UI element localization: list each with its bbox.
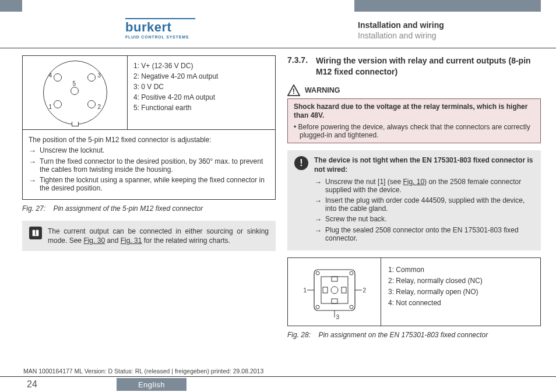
en-pin-list: 1: Common 2: Relay, normally closed (NC)… (381, 258, 540, 326)
m12-pin-list: 1: V+ (12-36 V DC) 2: Negative 4-20 mA o… (128, 56, 275, 129)
en-pin-desc-1: 1: Common (388, 266, 533, 274)
logo: burkert FLUID CONTROL SYSTEMS (125, 17, 195, 39)
pin-desc-3: 3: 0 V DC (133, 83, 269, 91)
fig-27-text: Pin assignment of the 5-pin M12 fixed co… (53, 204, 203, 213)
link-fig31[interactable]: Fig. 31 (121, 236, 142, 245)
top-bar-right (354, 0, 541, 12)
en-pin-desc-3: 3: Relay, normally open (NO) (388, 288, 533, 296)
page-header: burkert FLUID CONTROL SYSTEMS Installati… (0, 12, 556, 47)
svg-rect-10 (332, 299, 337, 303)
right-column: 7.3.7. Wiring the version with relay and… (287, 55, 541, 364)
link-fig30[interactable]: Fig. 30 (83, 236, 105, 245)
arrow-icon (29, 157, 36, 166)
m12-diagram: 1 2 3 4 5 (23, 56, 128, 129)
header-divider (0, 48, 556, 48)
notice-title: The device is not tight when the EN 1753… (314, 156, 534, 174)
fig-28-caption: Fig. 28: Pin assignment on the EN 175301… (287, 331, 541, 339)
svg-rect-8 (323, 287, 328, 293)
warning-title: Shock hazard due to the voltage at the r… (294, 103, 534, 121)
en-pin-3: 3 (336, 314, 340, 320)
adjust-intro: The position of the 5-pin M12 fixed conn… (29, 136, 269, 144)
en-pin-1: 1 (304, 287, 307, 294)
arrow-icon (29, 176, 36, 185)
warning-triangle-icon: ! (287, 84, 300, 96)
book-icon (29, 227, 42, 239)
arrow-icon (314, 215, 322, 224)
left-column: 1 2 3 4 5 1: V+ (12-36 V DC) 2: Negative… (22, 55, 276, 364)
arrow-icon (314, 196, 322, 205)
svg-point-7 (331, 287, 338, 294)
en-pin-desc-4: 4: Not connected (388, 299, 533, 307)
pin-label-3: 3 (98, 72, 101, 79)
notice-step-4: Plug the sealed 2508 connector onto the … (325, 226, 534, 242)
pin-label-2: 2 (98, 104, 101, 110)
section-heading: Wiring the version with relay and curren… (316, 55, 541, 77)
logo-text: burkert (125, 20, 195, 35)
en-connector-diagram: 1 2 3 (288, 258, 381, 326)
step-3: Tighten the locknut using a spanner, whi… (40, 176, 269, 192)
step-2: Turn the fixed connector to the desired … (40, 157, 269, 174)
en-pin-desc-2: 2: Relay, normally closed (NC) (388, 277, 533, 285)
pin-desc-2: 2: Negative 4-20 mA output (133, 72, 269, 80)
arrow-icon (314, 226, 322, 235)
svg-text:!: ! (293, 87, 295, 96)
notice-step-1: Unscrew the nut [1] (see Fig. 10) on the… (325, 178, 534, 194)
fig-27-caption: Fig. 27: Pin assignment of the 5-pin M12… (22, 204, 276, 213)
footer-divider (0, 376, 556, 377)
step-1: Unscrew the locknut. (40, 146, 269, 154)
warning-box: Shock hazard due to the voltage at the r… (287, 98, 541, 143)
info-note: The current output can be connected in e… (22, 221, 276, 251)
link-fig10[interactable]: Fig. 10 (403, 178, 424, 186)
info-text: The current output can be connected in e… (48, 227, 269, 245)
pin-label-5: 5 (73, 80, 76, 87)
logo-tagline: FLUID CONTROL SYSTEMS (125, 35, 195, 39)
svg-rect-2 (321, 277, 348, 303)
notice-box: ! The device is not tight when the EN 17… (287, 150, 541, 250)
svg-point-3 (316, 271, 319, 275)
pin-desc-1: 1: V+ (12-36 V DC) (133, 62, 269, 70)
arrow-icon (29, 146, 36, 155)
adjustment-steps: The position of the 5-pin M12 fixed conn… (22, 130, 276, 200)
page-footer: MAN 1000164177 ML Version: D Status: RL … (0, 368, 556, 392)
svg-point-4 (350, 271, 353, 275)
section-number: 7.3.7. (287, 55, 308, 77)
svg-point-5 (316, 305, 319, 309)
notice-step-3: Screw the nut back. (325, 215, 534, 223)
pin-desc-4: 4: Positive 4-20 mA output (133, 93, 269, 101)
svg-rect-9 (342, 287, 346, 293)
pin-label-1: 1 (49, 104, 52, 110)
header-title-block: Installation and wiring Installation and… (358, 20, 539, 40)
warning-label: WARNING (305, 86, 340, 94)
exclamation-circle-icon: ! (294, 156, 308, 170)
en-connector-table: 1 2 3 1: Common 2: Relay, normally close… (287, 257, 541, 326)
content-area: 1 2 3 4 5 1: V+ (12-36 V DC) 2: Negative… (22, 55, 541, 364)
top-bar-left (0, 0, 22, 12)
en-pin-2: 2 (363, 287, 367, 294)
fig-28-num: Fig. 28: (287, 331, 311, 339)
pin-desc-5: 5: Functional earth (133, 104, 269, 112)
warning-bullet: Before powering the device, always check… (300, 123, 534, 139)
header-title-light: Installation and wiring (358, 31, 539, 40)
warning-header: ! WARNING (287, 84, 541, 96)
svg-rect-11 (332, 277, 337, 281)
pin-label-4: 4 (49, 72, 52, 79)
language-indicator: English (117, 378, 186, 391)
section-7-3-7: 7.3.7. Wiring the version with relay and… (287, 55, 541, 77)
fig-27-num: Fig. 27: (22, 204, 45, 213)
fig-28-text: Pin assignment on the EN 175301-803 fixe… (318, 331, 488, 339)
footer-metadata: MAN 1000164177 ML Version: D Status: RL … (23, 368, 263, 375)
arrow-icon (314, 178, 322, 186)
page-number: 24 (27, 379, 37, 390)
top-decor-bars (0, 0, 556, 12)
m12-pin-table: 1 2 3 4 5 1: V+ (12-36 V DC) 2: Negative… (22, 55, 276, 130)
svg-rect-1 (314, 270, 355, 310)
header-title-bold: Installation and wiring (358, 20, 539, 30)
svg-point-6 (350, 305, 353, 309)
notice-step-2: Insert the plug with order code 444509, … (325, 196, 534, 213)
